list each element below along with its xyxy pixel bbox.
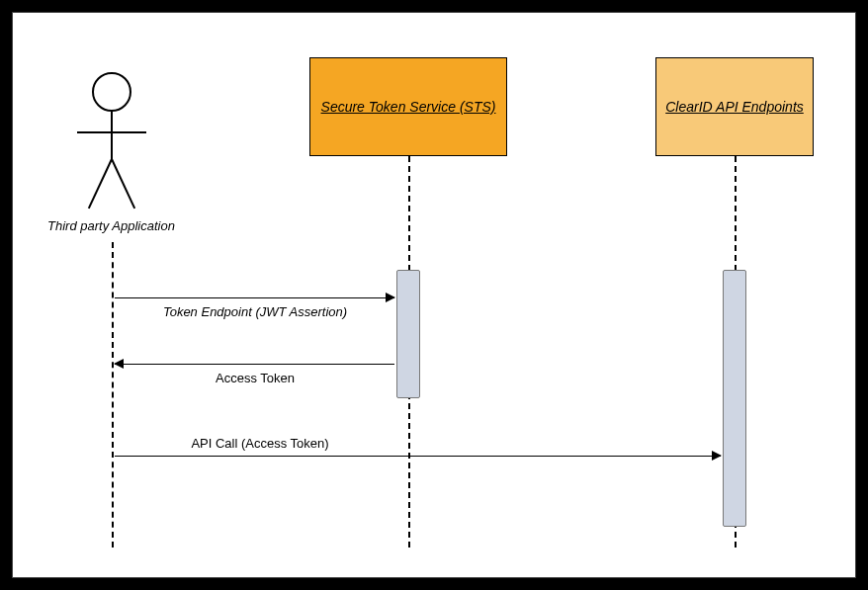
actor-leg-left-icon: [88, 159, 113, 210]
arrow-access-token: [115, 364, 394, 365]
activation-api: [723, 270, 746, 527]
label-api-call: API Call (Access Token): [131, 436, 389, 451]
actor-arms-icon: [77, 131, 146, 133]
arrow-token-request: [115, 297, 394, 298]
participant-api: ClearID API Endpoints: [655, 57, 814, 156]
diagram-canvas: Third party Application Secure Token Ser…: [12, 12, 856, 578]
actor-head-icon: [92, 72, 131, 112]
participant-sts: Secure Token Service (STS): [309, 57, 507, 156]
lifeline-client: [112, 242, 114, 548]
actor-leg-right-icon: [111, 159, 135, 210]
actor-body-icon: [111, 112, 113, 161]
actor-label: Third party Application: [47, 218, 206, 233]
label-access-token: Access Token: [122, 371, 389, 385]
participant-sts-label: Secure Token Service (STS): [321, 98, 496, 116]
label-token-request: Token Endpoint (JWT Assertion): [122, 304, 389, 319]
activation-sts: [396, 270, 420, 398]
participant-api-label: ClearID API Endpoints: [665, 98, 804, 116]
arrow-api-call: [115, 456, 721, 457]
